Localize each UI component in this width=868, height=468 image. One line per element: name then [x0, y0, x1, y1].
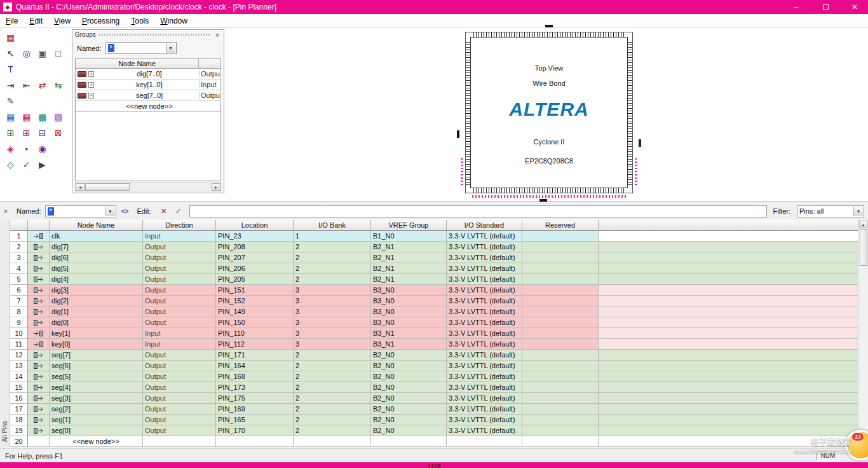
show-edges-icon[interactable]: ⊞	[3, 125, 18, 140]
table-row[interactable]: 2dig[7]OutputPIN_2082B2_N13.3-V LVTTL (d…	[10, 242, 858, 252]
vref-group-cell[interactable]: B2_N1	[371, 263, 447, 274]
location-cell[interactable]: PIN_164	[216, 361, 294, 371]
exchange-pins-icon[interactable]: ◇	[3, 157, 18, 172]
table-row[interactable]: 1clkInputPIN_231B1_N03.3-V LVTTL (defaul…	[10, 231, 858, 242]
group-row[interactable]: + dig[7..0] Outpu	[76, 69, 220, 79]
node-name-cell[interactable]: dig[2]	[50, 296, 143, 306]
io-bank-cell[interactable]: 1	[294, 231, 371, 242]
node-name-cell[interactable]: seg[5]	[50, 371, 143, 382]
table-row[interactable]: 6dig[3]OutputPIN_1513B3_N03.3-V LVTTL (d…	[10, 285, 858, 296]
io-standard-cell[interactable]: 3.3-V LVTTL (default)	[447, 285, 522, 296]
col-reserved[interactable]: Reserved	[522, 220, 599, 231]
io-standard-cell[interactable]: 3.3-V LVTTL (default)	[447, 242, 522, 252]
reserved-cell[interactable]	[522, 274, 599, 285]
groups-col-node-name[interactable]: Node Name	[76, 59, 199, 68]
node-name-cell[interactable]: clk	[50, 231, 143, 242]
vref-group-cell[interactable]: B2_N1	[371, 242, 447, 252]
io-bank-cell[interactable]: 2	[294, 361, 371, 371]
vref-group-cell[interactable]: B2_N0	[371, 382, 447, 393]
filter-dropdown[interactable]: Pins: all ▼	[797, 205, 864, 217]
io-standard-cell[interactable]: 3.3-V LVTTL (default)	[447, 425, 522, 436]
group-row[interactable]: + key[1..0] Input	[76, 79, 220, 90]
vref-group-cell[interactable]: B2_N0	[371, 425, 447, 436]
table-row[interactable]: 16seg[3]OutputPIN_1752B2_N03.3-V LVTTL (…	[10, 393, 858, 404]
io-bank-cell[interactable]: 2	[294, 393, 371, 404]
direction-cell[interactable]: Output	[143, 425, 216, 436]
location-cell[interactable]: PIN_150	[216, 317, 294, 328]
reserved-cell[interactable]	[522, 263, 599, 274]
show-dq-groups-icon[interactable]: ⊞	[18, 125, 34, 140]
reserved-cell[interactable]	[522, 296, 599, 306]
direction-cell[interactable]	[143, 436, 216, 447]
reserved-cell[interactable]	[522, 252, 599, 263]
maximize-button[interactable]	[815, 1, 836, 13]
swap-pins-icon[interactable]: ⇄	[34, 78, 50, 92]
location-cell[interactable]: PIN_151	[216, 285, 294, 296]
direction-cell[interactable]: Output	[143, 317, 216, 328]
io-standard-cell[interactable]: 3.3-V LVTTL (default)	[447, 328, 522, 339]
reserved-cell[interactable]	[522, 317, 599, 328]
show-migration-icon[interactable]: ⊟	[34, 125, 50, 140]
io-bank-cell[interactable]	[294, 436, 371, 447]
io-standard-cell[interactable]: 3.3-V LVTTL (default)	[447, 339, 522, 350]
location-cell[interactable]: PIN_170	[216, 425, 294, 436]
io-standard-cell[interactable]: 3.3-V LVTTL (default)	[447, 415, 522, 425]
close-pane-icon[interactable]: ×	[1, 207, 10, 216]
io-standard-cell[interactable]: 3.3-V LVTTL (default)	[447, 274, 522, 285]
table-row[interactable]: 10key[1]InputPIN_1103B3_N13.3-V LVTTL (d…	[10, 328, 858, 339]
io-standard-cell[interactable]: 3.3-V LVTTL (default)	[447, 296, 522, 306]
node-name-cell[interactable]: <<new node>>	[50, 436, 143, 447]
table-row[interactable]: 15seg[4]OutputPIN_1732B2_N03.3-V LVTTL (…	[10, 382, 858, 393]
table-row[interactable]: 19seg[0]OutputPIN_1702B2_N03.3-V LVTTL (…	[10, 425, 858, 436]
zoom-tool-icon[interactable]: ◎	[18, 46, 34, 60]
groups-close-icon[interactable]: ×	[214, 31, 221, 39]
node-name-cell[interactable]: dig[1]	[50, 306, 143, 317]
location-cell[interactable]: PIN_152	[216, 296, 294, 306]
direction-cell[interactable]: Output	[143, 350, 216, 361]
location-cell[interactable]: PIN_206	[216, 263, 294, 274]
direction-cell[interactable]: Output	[143, 415, 216, 425]
direction-cell[interactable]: Output	[143, 285, 216, 296]
find-node-icon[interactable]: ◉	[34, 141, 50, 156]
node-name-cell[interactable]: dig[4]	[50, 274, 143, 285]
location-cell[interactable]: PIN_173	[216, 382, 294, 393]
reserved-cell[interactable]	[522, 285, 599, 296]
io-standard-cell[interactable]: 3.3-V LVTTL (default)	[447, 350, 522, 361]
highlight-pins-icon[interactable]: ◈	[3, 141, 18, 156]
table-row[interactable]: 18seg[1]OutputPIN_1652B2_N03.3-V LVTTL (…	[10, 415, 858, 425]
hand-tool-icon[interactable]: ▣	[34, 46, 50, 60]
direction-cell[interactable]: Output	[143, 252, 216, 263]
location-cell[interactable]: PIN_208	[216, 242, 294, 252]
node-name-cell[interactable]: dig[5]	[50, 263, 143, 274]
direction-cell[interactable]: Output	[143, 263, 216, 274]
vref-group-cell[interactable]: B2_N0	[371, 415, 447, 425]
io-bank-cell[interactable]: 2	[294, 350, 371, 361]
location-cell[interactable]: PIN_168	[216, 371, 294, 382]
vref-group-cell[interactable]: B3_N0	[371, 285, 447, 296]
all-pins-tab[interactable]: All Pins	[1, 421, 8, 442]
io-standard-cell[interactable]: 3.3-V LVTTL (default)	[447, 252, 522, 263]
io-standard-cell[interactable]	[447, 436, 522, 447]
menu-processing[interactable]: Processing	[76, 15, 125, 27]
reserved-cell[interactable]	[522, 382, 599, 393]
panel-grip[interactable]	[99, 34, 210, 36]
col-vref-group[interactable]: VREF Group	[371, 220, 447, 231]
table-row[interactable]: 8dig[1]OutputPIN_1493B3_N03.3-V LVTTL (d…	[10, 306, 858, 317]
reserved-cell[interactable]	[522, 404, 599, 415]
node-name-cell[interactable]: seg[0]	[50, 425, 143, 436]
location-cell[interactable]: PIN_149	[216, 306, 294, 317]
group-row[interactable]: + seg[7..0] Outpu	[76, 90, 220, 101]
io-standard-cell[interactable]: 3.3-V LVTTL (default)	[447, 382, 522, 393]
vref-group-cell[interactable]: B3_N1	[371, 339, 447, 350]
io-bank-cell[interactable]: 2	[294, 242, 371, 252]
location-cell[interactable]: PIN_207	[216, 252, 294, 263]
vref-group-cell[interactable]: B3_N0	[371, 306, 447, 317]
vref-group-cell[interactable]: B3_N0	[371, 296, 447, 306]
dropdown-arrow-icon[interactable]: ▼	[166, 43, 175, 53]
select-tool-icon[interactable]: ↖	[3, 46, 18, 60]
io-bank-cell[interactable]: 2	[294, 404, 371, 415]
vref-group-cell[interactable]: B2_N0	[371, 371, 447, 382]
direction-cell[interactable]: Output	[143, 242, 216, 252]
io-bank-cell[interactable]: 3	[294, 296, 371, 306]
reserved-cell[interactable]	[522, 328, 599, 339]
